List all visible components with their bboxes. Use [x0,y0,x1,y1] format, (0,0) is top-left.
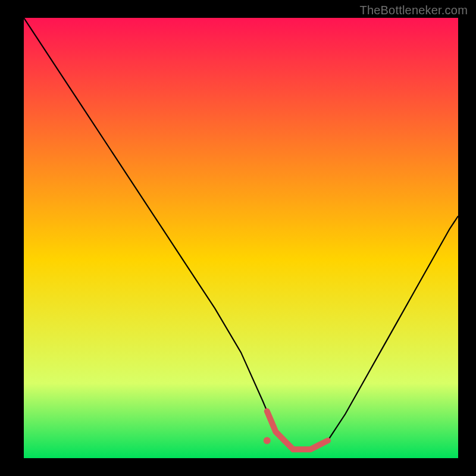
watermark: TheBottleneker.com [360,4,468,17]
chart-frame: TheBottleneker.com [0,0,476,476]
gradient-background [24,18,458,458]
fit-marker [264,437,271,444]
bottleneck-chart [24,18,458,458]
